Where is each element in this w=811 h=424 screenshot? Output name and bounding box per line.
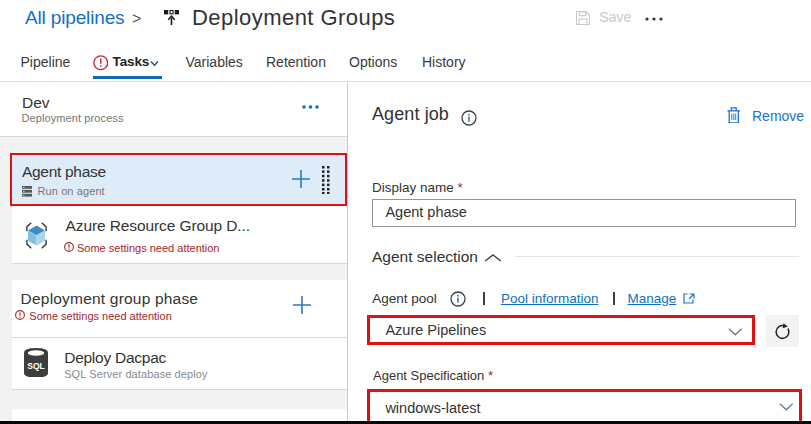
svg-text:SQL: SQL	[27, 361, 44, 371]
